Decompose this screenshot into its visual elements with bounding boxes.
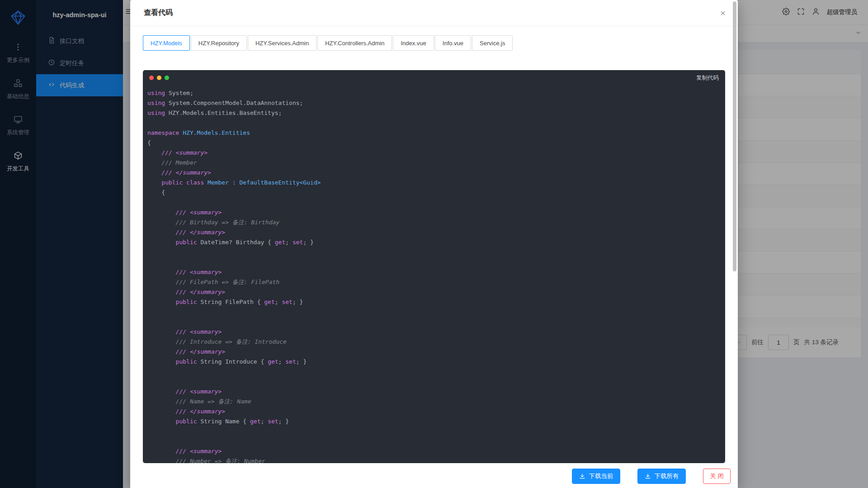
code-content: using System;using System.ComponentModel… — [143, 85, 725, 463]
code-line: /// <summary> — [147, 148, 725, 158]
code-line — [147, 198, 725, 208]
code-line: /// Name => 备注: Name — [147, 397, 725, 407]
modal-close-icon[interactable]: × — [715, 6, 731, 20]
code-line — [147, 317, 725, 327]
modal-footer: 下载当前 下载所有 关 闭 — [130, 464, 738, 488]
code-line: using System.ComponentModel.DataAnnotati… — [147, 98, 725, 108]
download-current-button[interactable]: 下载当前 — [572, 469, 620, 484]
code-line: public class Member : DefaultBaseEntity<… — [147, 178, 725, 188]
tab-hzy-models[interactable]: HZY.Models — [143, 35, 190, 51]
code-line: /// Introduce => 备注: Introduce — [147, 337, 725, 347]
code-line: /// <summary> — [147, 267, 725, 277]
code-block-header: 复制代码 — [143, 70, 725, 85]
modal-body: HZY.ModelsHZY.RepositoryHZY.Services.Adm… — [130, 35, 738, 463]
close-button[interactable]: 关 闭 — [703, 469, 731, 484]
code-line: public DateTime? Birthday { get; set; } — [147, 237, 725, 247]
code-line: { — [147, 138, 725, 148]
code-line — [147, 367, 725, 377]
code-line — [147, 377, 725, 387]
code-line: /// <summary> — [147, 327, 725, 337]
download-all-button[interactable]: 下载所有 — [637, 469, 686, 484]
traffic-light-green-icon — [165, 76, 169, 80]
code-line: /// </summary> — [147, 287, 725, 297]
tab-hzy-services-admin[interactable]: HZY.Services.Admin — [248, 35, 316, 51]
copy-code-button[interactable]: 复制代码 — [696, 74, 719, 82]
code-block: 复制代码 using System;using System.Component… — [143, 70, 725, 463]
code-line — [147, 436, 725, 446]
code-line: using System; — [147, 88, 725, 98]
tab-hzy-controllers-admin[interactable]: HZY.Controllers.Admin — [317, 35, 392, 51]
tab-info-vue[interactable]: Info.vue — [435, 35, 471, 51]
code-line — [147, 426, 725, 436]
code-line: /// </summary> — [147, 347, 725, 357]
code-line: namespace HZY.Models.Entities — [147, 128, 725, 138]
code-file-tabs: HZY.ModelsHZY.RepositoryHZY.Services.Adm… — [143, 35, 725, 51]
modal-title: 查看代码 — [144, 8, 173, 18]
modal-header: 查看代码 — [130, 0, 738, 26]
code-line: /// Birthday => 备注: Birthday — [147, 218, 725, 227]
code-line: public String Introduce { get; set; } — [147, 357, 725, 367]
screen: 更多示例基础信息系统管理开发工具 hzy-admin-spa-ui 接口文档定时… — [0, 0, 868, 488]
code-line: { — [147, 188, 725, 198]
view-code-modal: 查看代码 × HZY.ModelsHZY.RepositoryHZY.Servi… — [130, 0, 738, 488]
code-line — [147, 118, 725, 128]
code-line — [147, 247, 725, 257]
code-line: /// <summary> — [147, 387, 725, 397]
code-line: /// Member — [147, 158, 725, 168]
code-line: /// Number => 备注: Number — [147, 456, 725, 463]
modal-scrollbar-thumb[interactable] — [733, 1, 736, 271]
traffic-light-yellow-icon — [157, 76, 161, 80]
download-icon — [579, 473, 585, 479]
tab-service-js[interactable]: Service.js — [472, 35, 513, 51]
code-line — [147, 257, 725, 267]
code-line: /// </summary> — [147, 227, 725, 237]
code-line: /// </summary> — [147, 407, 725, 417]
download-icon — [645, 473, 651, 479]
code-line: public String FilePath { get; set; } — [147, 297, 725, 307]
code-line: /// FilePath => 备注: FilePath — [147, 277, 725, 287]
code-line: /// <summary> — [147, 208, 725, 218]
code-line: using HZY.Models.Entities.BaseEntitys; — [147, 108, 725, 118]
code-line — [147, 307, 725, 317]
tab-hzy-repository[interactable]: HZY.Repository — [191, 35, 247, 51]
code-line: /// </summary> — [147, 168, 725, 178]
tab-index-vue[interactable]: Index.vue — [393, 35, 434, 51]
code-line: public String Name { get; set; } — [147, 417, 725, 426]
traffic-light-red-icon — [149, 76, 154, 80]
code-line: /// <summary> — [147, 446, 725, 456]
